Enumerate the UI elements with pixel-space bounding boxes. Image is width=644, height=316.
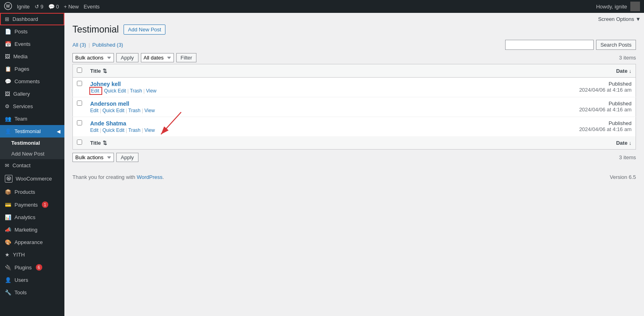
row-actions-1: Edit | Quick Edit | Trash | View xyxy=(90,88,385,94)
row-action-view-3[interactable]: View xyxy=(144,127,155,133)
select-all-top-checkbox[interactable] xyxy=(77,68,82,73)
sidebar-item-appearance[interactable]: 🎨 Appearance xyxy=(0,236,64,248)
status-badge-3: Published xyxy=(609,120,632,126)
annotation-container: Title ⇅ Date ↓ xyxy=(72,64,636,150)
footer-wordpress-link[interactable]: WordPress xyxy=(137,174,163,180)
sidebar-item-pages[interactable]: 📋 Pages xyxy=(0,63,64,75)
row-checkbox-1[interactable] xyxy=(77,81,82,86)
main-content: Screen Options ▼ Testimonial Add New Pos… xyxy=(64,13,644,316)
table-row-checkbox-2 xyxy=(73,97,87,117)
table-header-date[interactable]: Date ↓ xyxy=(389,64,636,78)
search-posts-button[interactable]: Search Posts xyxy=(596,40,636,50)
topbar-comments[interactable]: 💬 0 xyxy=(48,4,59,10)
posts-icon: 📄 xyxy=(5,29,11,35)
sidebar-item-services[interactable]: ⚙ Services xyxy=(0,100,64,113)
row-action-quick-edit-3[interactable]: Quick Edit xyxy=(102,127,124,133)
title-sort[interactable]: Title ⇅ xyxy=(90,68,385,74)
date-filter-select[interactable]: All dates xyxy=(141,53,174,62)
sidebar-submenu-add-new[interactable]: Add New Post xyxy=(0,148,64,159)
row-action-edit-link-1[interactable]: Edit xyxy=(91,88,99,94)
row-action-quick-edit-1[interactable]: Quick Edit xyxy=(104,88,126,94)
row-action-view-1[interactable]: View xyxy=(146,88,157,94)
table-header-title[interactable]: Title ⇅ xyxy=(86,64,389,78)
post-title-link-3[interactable]: Ande Shatma xyxy=(90,120,126,127)
sidebar-item-users[interactable]: 👤 Users xyxy=(0,274,64,286)
items-count-bottom: 3 items xyxy=(619,154,636,160)
appearance-icon: 🎨 xyxy=(5,239,11,245)
row-action-edit-2[interactable]: Edit xyxy=(90,108,99,113)
filter-published-link[interactable]: Published (3) xyxy=(92,42,123,48)
sidebar-item-events[interactable]: 📅 Events xyxy=(0,38,64,50)
footer-title-sort[interactable]: Title ⇅ xyxy=(90,140,385,146)
svg-text:W: W xyxy=(6,4,10,8)
pages-icon: 📋 xyxy=(5,66,11,72)
sidebar-label-appearance: Appearance xyxy=(14,239,43,245)
sidebar-label-gallery: Gallery xyxy=(13,91,30,97)
row-action-trash-3[interactable]: Trash xyxy=(128,127,140,133)
row-action-trash-2[interactable]: Trash xyxy=(128,108,140,113)
comments-nav-icon: 💬 xyxy=(5,78,11,84)
filter-button[interactable]: Filter xyxy=(176,53,197,62)
sidebar-label-services: Services xyxy=(13,103,33,109)
row-action-view-2[interactable]: View xyxy=(144,108,155,113)
apply-top-button[interactable]: Apply xyxy=(116,53,138,62)
sidebar-item-plugins[interactable]: 🔌 Plugins 6 xyxy=(0,261,64,274)
sidebar-item-contact[interactable]: ✉ Contact xyxy=(0,159,64,172)
sidebar-item-yith[interactable]: ★ YITH xyxy=(0,248,64,261)
table-row-title-2: Anderson mell Edit | Quick Edit | Trash … xyxy=(86,97,389,117)
sidebar-item-comments[interactable]: 💬 Comments xyxy=(0,75,64,88)
sidebar-item-marketing[interactable]: 📣 Marketing xyxy=(0,224,64,236)
sidebar-item-tools[interactable]: 🔧 Tools xyxy=(0,286,64,299)
filter-links: All (3) | Published (3) xyxy=(72,42,123,48)
topbar-left: W Ignite ↺ 9 💬 0 + New Events xyxy=(4,2,100,11)
sidebar-submenu-testimonial: Testimonial Add New Post xyxy=(0,137,64,159)
post-title-link-1[interactable]: Johney kell xyxy=(90,81,121,87)
bulk-actions-top-select[interactable]: Bulk actions xyxy=(72,53,114,62)
sidebar-item-testimonial[interactable]: 👤 Testimonial ◀ xyxy=(0,125,64,137)
sidebar-item-woocommerce[interactable]: Ⓦ WooCommerce xyxy=(0,172,64,186)
screen-options-button[interactable]: Screen Options ▼ xyxy=(595,14,644,24)
add-new-post-button[interactable]: Add New Post xyxy=(124,25,165,35)
products-icon: 📦 xyxy=(5,189,11,195)
filter-sep: | xyxy=(89,42,90,48)
comments-icon: 💬 xyxy=(48,4,55,10)
date-text-3: 2024/04/06 at 4:16 am xyxy=(579,126,632,132)
footer-title-col-label: Title xyxy=(90,140,101,146)
sidebar-item-products[interactable]: 📦 Products xyxy=(0,186,64,198)
topbar-events[interactable]: Events xyxy=(84,4,100,10)
apply-bottom-button[interactable]: Apply xyxy=(116,153,138,162)
sidebar-item-team[interactable]: 👥 Team xyxy=(0,113,64,125)
select-all-bottom-checkbox[interactable] xyxy=(77,140,82,145)
sidebar-item-analytics[interactable]: 📊 Analytics xyxy=(0,211,64,224)
screen-options-area: Screen Options ▼ xyxy=(595,14,644,24)
row-checkbox-3[interactable] xyxy=(77,120,82,125)
search-posts-input[interactable] xyxy=(505,40,594,50)
sidebar-label-team: Team xyxy=(14,116,27,122)
sidebar-item-gallery[interactable]: 🖼 Gallery xyxy=(0,88,64,100)
sidebar-label-products: Products xyxy=(14,189,35,195)
table-footer-date[interactable]: Date ↓ xyxy=(389,136,636,150)
sidebar-label-testimonial: Testimonial xyxy=(14,128,41,134)
row-actions-3: Edit | Quick Edit | Trash | View xyxy=(90,127,385,133)
sidebar-item-payments[interactable]: 💳 Payments 1 xyxy=(0,198,64,211)
updates-count: 9 xyxy=(40,4,43,10)
sidebar-submenu-testimonial-header[interactable]: Testimonial xyxy=(0,137,64,148)
testimonial-icon: 👤 xyxy=(5,128,11,134)
table-row-checkbox-3 xyxy=(73,117,87,137)
sidebar-item-media[interactable]: 🖼 Media xyxy=(0,50,64,63)
row-action-quick-edit-2[interactable]: Quick Edit xyxy=(102,108,124,113)
topbar-updates[interactable]: ↺ 9 xyxy=(35,4,43,10)
post-title-link-2[interactable]: Anderson mell xyxy=(90,101,129,107)
sidebar-item-posts[interactable]: 📄 Posts xyxy=(0,25,64,38)
sidebar-item-dashboard[interactable]: ⊞ Dashboard xyxy=(0,13,64,25)
row-checkbox-2[interactable] xyxy=(77,101,82,106)
team-icon: 👥 xyxy=(5,116,11,122)
bulk-actions-bottom-select[interactable]: Bulk actions xyxy=(72,153,114,162)
topbar-new[interactable]: + New xyxy=(64,4,79,10)
row-actions-2: Edit | Quick Edit | Trash | View xyxy=(90,108,385,113)
table-footer-title[interactable]: Title ⇅ xyxy=(86,136,389,150)
topbar-site-name[interactable]: Ignite xyxy=(17,4,30,10)
row-action-trash-1[interactable]: Trash xyxy=(130,88,142,94)
row-action-edit-3[interactable]: Edit xyxy=(90,127,99,133)
filter-all-link[interactable]: All (3) xyxy=(72,42,86,48)
